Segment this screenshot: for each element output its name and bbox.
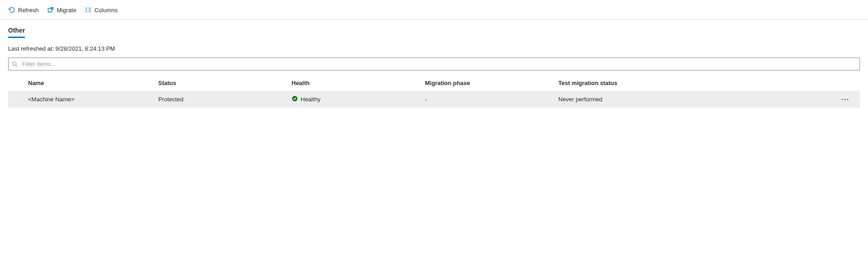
column-header-status[interactable]: Status: [158, 80, 292, 86]
svg-point-12: [847, 99, 849, 100]
columns-icon: [85, 6, 92, 14]
migrate-button[interactable]: Migrate: [47, 5, 76, 14]
svg-point-10: [842, 99, 843, 100]
migrate-icon: [47, 6, 54, 14]
column-header-health[interactable]: Health: [292, 80, 425, 86]
healthy-icon: [292, 95, 298, 103]
cell-test-migration-status: Never performed: [558, 96, 678, 103]
refresh-icon: [8, 6, 15, 14]
column-header-test-migration-status[interactable]: Test migration status: [558, 80, 678, 86]
main-content: Other Last refreshed at: 9/28/2021, 8:24…: [0, 19, 868, 108]
tab-bar: Other: [8, 27, 860, 38]
filter-wrap: [8, 57, 860, 71]
row-more-actions-button[interactable]: [838, 96, 852, 103]
refresh-label: Refresh: [18, 7, 39, 14]
svg-line-8: [16, 65, 18, 66]
cell-name: <Machine Name>: [8, 96, 158, 103]
search-icon: [12, 61, 18, 67]
table-row[interactable]: <Machine Name> Protected Healthy - Never…: [8, 91, 860, 108]
svg-point-7: [13, 62, 16, 65]
svg-point-11: [844, 99, 846, 100]
cell-status: Protected: [158, 96, 292, 103]
columns-label: Columns: [94, 7, 118, 14]
column-header-migration-phase[interactable]: Migration phase: [425, 80, 558, 86]
migrate-label: Migrate: [57, 7, 76, 14]
more-icon: [841, 98, 849, 101]
filter-input[interactable]: [8, 57, 860, 71]
columns-button[interactable]: Columns: [85, 5, 118, 14]
column-header-name[interactable]: Name: [8, 80, 158, 86]
tab-other[interactable]: Other: [8, 27, 25, 38]
cell-health: Healthy: [292, 95, 425, 103]
last-refreshed-text: Last refreshed at: 9/28/2021, 8:24:13 PM: [8, 45, 860, 52]
svg-point-9: [292, 96, 297, 101]
svg-rect-0: [48, 9, 52, 12]
cell-health-text: Healthy: [301, 96, 321, 103]
machines-table: Name Status Health Migration phase Test …: [8, 75, 860, 108]
command-bar: Refresh Migrate Columns: [0, 0, 868, 19]
cell-migration-phase: -: [425, 96, 558, 103]
table-header: Name Status Health Migration phase Test …: [8, 75, 860, 91]
refresh-button[interactable]: Refresh: [8, 5, 39, 14]
